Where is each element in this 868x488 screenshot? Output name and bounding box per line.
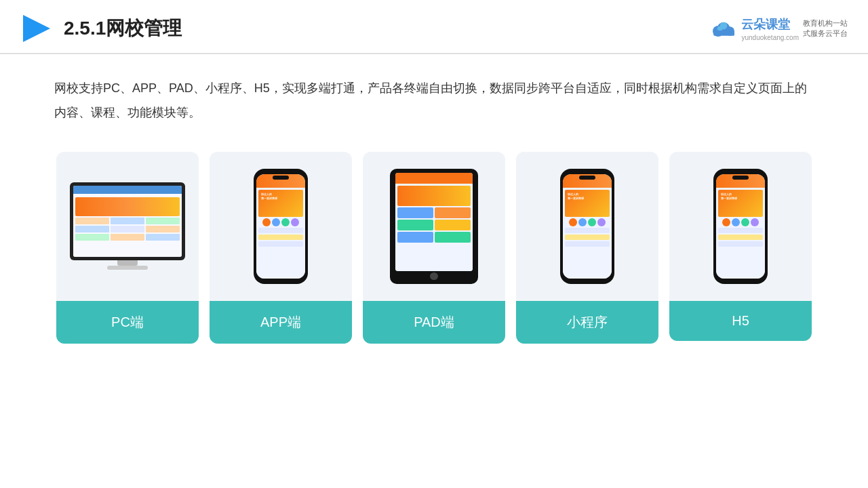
card-app-label: APP端 (210, 301, 352, 344)
card-pc: PC端 (56, 152, 199, 344)
svg-marker-0 (23, 15, 50, 42)
tablet-pad-icon (390, 169, 478, 284)
card-pad: PAD端 (363, 152, 505, 344)
logo-tagline-line1: 教育机构一站 (803, 18, 848, 28)
card-pad-image (363, 152, 505, 301)
card-pc-image (56, 152, 199, 301)
cloud-icon (710, 19, 737, 38)
card-h5-label: H5 (669, 301, 812, 341)
card-miniprogram-image: 职达人的第一堂训营课 (516, 152, 658, 301)
logo-main-text: 云朵课堂 (741, 16, 799, 33)
card-h5: 职达人的第一堂训营课 H5 (669, 152, 812, 341)
svg-rect-4 (714, 31, 735, 36)
logo-url: yunduoketang.com (741, 34, 799, 41)
pc-monitor-icon (70, 182, 185, 270)
logo-cloud: 云朵课堂 yunduoketang.com 教育机构一站 式服务云平台 (710, 16, 848, 41)
card-pad-label: PAD端 (363, 301, 505, 344)
logo-tagline: 教育机构一站 式服务云平台 (803, 18, 848, 39)
header: 2.5.1网校管理 云朵课堂 yunduoketang.com 教育机构一站 式… (0, 0, 868, 54)
card-pc-label: PC端 (56, 301, 199, 344)
page-title: 2.5.1网校管理 (64, 16, 182, 41)
svg-point-6 (717, 26, 723, 31)
description-text: 网校支持PC、APP、PAD、小程序、H5，实现多端打通，产品各终端自由切换，数… (0, 54, 868, 138)
card-app: 职达人的第一堂训营课 APP端 (210, 152, 352, 344)
phone-h5-icon: 职达人的第一堂训营课 (713, 169, 768, 284)
phone-miniprogram-icon: 职达人的第一堂训营课 (560, 169, 614, 284)
logo-area: 云朵课堂 yunduoketang.com 教育机构一站 式服务云平台 (710, 16, 848, 41)
card-miniprogram-label: 小程序 (516, 301, 658, 344)
card-app-image: 职达人的第一堂训营课 (210, 152, 352, 301)
logo-text-group: 云朵课堂 yunduoketang.com (741, 16, 799, 41)
card-miniprogram: 职达人的第一堂训营课 小程序 (516, 152, 658, 344)
card-h5-image: 职达人的第一堂训营课 (669, 152, 812, 301)
play-icon (20, 12, 53, 45)
header-left: 2.5.1网校管理 (20, 12, 182, 45)
cards-container: PC端 职达人的第一堂训营课 (0, 138, 868, 364)
phone-app-icon: 职达人的第一堂训营课 (254, 169, 308, 284)
logo-tagline-line2: 式服务云平台 (803, 28, 848, 39)
